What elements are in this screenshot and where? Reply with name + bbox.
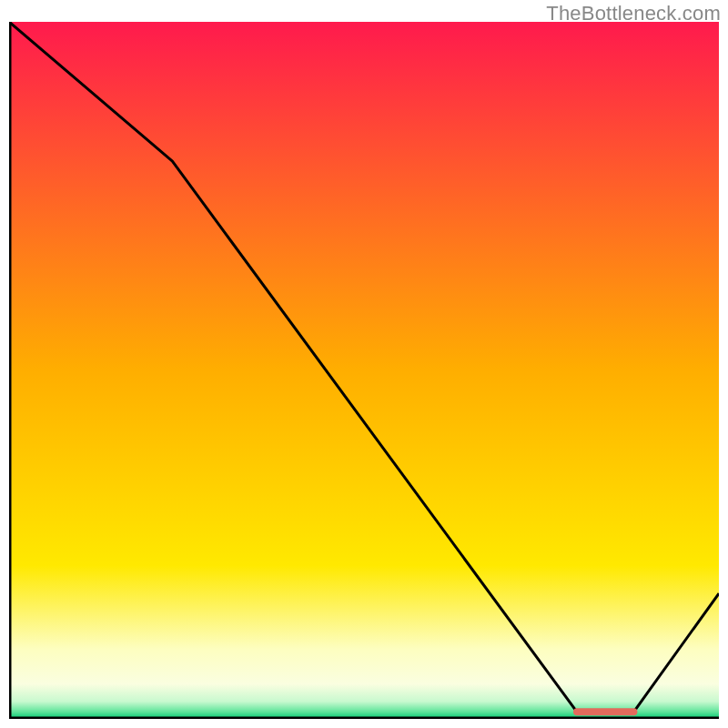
plot-area	[9, 22, 719, 719]
chart-svg	[9, 22, 719, 719]
gradient-background	[9, 22, 719, 719]
chart-container: TheBottleneck.com	[0, 0, 728, 728]
